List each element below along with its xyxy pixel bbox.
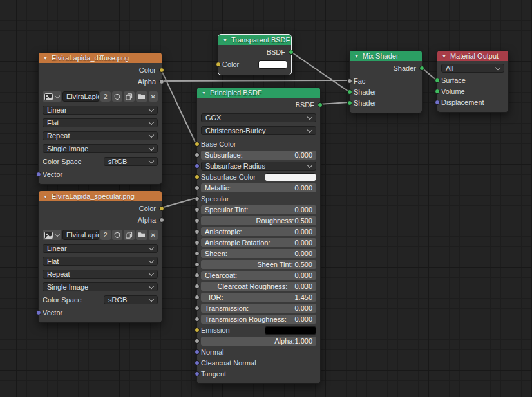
metallic-slider[interactable]: Metallic: 0.000	[201, 183, 316, 192]
fake-user-button[interactable]	[112, 91, 122, 102]
node-wire-diffuse-alpha-to-mix-fac[interactable]	[161, 80, 348, 81]
users-count-button[interactable]: 2	[100, 91, 111, 102]
subsurface-color-swatch[interactable]	[265, 173, 316, 181]
subsurface-method-select[interactable]: Christensen-Burley	[201, 126, 316, 135]
socket-shader2-input[interactable]	[347, 100, 352, 106]
sheen-tint-slider[interactable]: Sheen Tint: 0.500	[201, 260, 316, 269]
new-image-button[interactable]	[124, 91, 135, 102]
socket-specular-tint[interactable]	[195, 207, 200, 212]
socket-base-color[interactable]	[195, 142, 200, 147]
open-image-button[interactable]	[136, 230, 147, 240]
extension-select[interactable]: Repeat	[43, 270, 158, 279]
socket-sheen[interactable]	[195, 251, 200, 256]
ior-slider[interactable]: IOR: 1.450	[201, 293, 316, 302]
color-swatch[interactable]	[258, 60, 287, 69]
socket-subsurface-radius[interactable]	[195, 163, 200, 169]
node-header-diffuse[interactable]: ▼ ElviraLapida_diffuse.png	[39, 53, 162, 63]
node-material-output[interactable]: ▼ Material Output All Surface Volume Dis…	[437, 50, 509, 113]
image-browse-button[interactable]	[43, 91, 61, 102]
node-transparent-bsdf[interactable]: ▼ Transparent BSDF BSDF Color	[218, 34, 292, 75]
subsurface-slider[interactable]: Subsurface: 0.000	[201, 151, 316, 160]
socket-transmission-roughness[interactable]	[195, 317, 200, 322]
socket-specular[interactable]	[195, 196, 200, 201]
node-wire-specular-color-to-principled-specular[interactable]	[161, 198, 196, 208]
node-header-material-output[interactable]: ▼ Material Output	[437, 51, 508, 61]
socket-normal[interactable]	[195, 349, 200, 355]
socket-vector-input[interactable]	[36, 310, 41, 315]
unlink-image-button[interactable]: ✕	[149, 91, 158, 102]
socket-color-output[interactable]	[159, 206, 164, 211]
socket-anisotropic-rotation[interactable]	[195, 240, 200, 245]
socket-subsurface[interactable]	[195, 152, 200, 158]
source-select[interactable]: Single Image	[43, 282, 158, 291]
anisotropic-slider[interactable]: Anisotropic: 0.000	[201, 227, 316, 236]
collapse-triangle-icon[interactable]: ▼	[223, 38, 227, 42]
image-name-field[interactable]: ElviraLapida..	[62, 230, 99, 240]
collapse-triangle-icon[interactable]: ▼	[43, 194, 48, 199]
clearcoat-roughness-slider[interactable]: Clearcoat Roughness: 0.030	[201, 282, 316, 291]
socket-alpha[interactable]	[195, 338, 200, 344]
socket-sheen-tint[interactable]	[195, 262, 200, 267]
node-header-specular[interactable]: ▼ ElviraLapida_specular.png	[39, 191, 162, 201]
socket-shader-output[interactable]	[419, 66, 424, 71]
socket-clearcoat-normal[interactable]	[195, 360, 200, 365]
image-browse-button[interactable]	[43, 230, 61, 240]
socket-surface-input[interactable]	[435, 78, 440, 83]
socket-volume-input[interactable]	[435, 89, 440, 94]
socket-color-input[interactable]	[216, 62, 221, 67]
transmission-slider[interactable]: Transmission: 0.000	[201, 304, 316, 313]
image-name-field[interactable]: ElviraLapida..	[62, 91, 99, 102]
emission-color-swatch[interactable]	[265, 326, 316, 335]
node-mix-shader[interactable]: ▼ Mix Shader Shader Fac Shader Shader	[349, 50, 423, 113]
projection-select[interactable]: Flat	[43, 257, 158, 266]
socket-subsurface-color[interactable]	[195, 174, 200, 180]
collapse-triangle-icon[interactable]: ▼	[202, 91, 206, 95]
interpolation-select[interactable]: Linear	[43, 244, 158, 253]
projection-select[interactable]: Flat	[43, 118, 158, 127]
sheen-slider[interactable]: Sheen: 0.000	[201, 249, 316, 258]
node-principled-bsdf[interactable]: ▼ Principled BSDF BSDF GGX Christensen-B…	[196, 87, 321, 384]
node-image-texture-specular[interactable]: ▼ ElviraLapida_specular.png Color Alpha …	[38, 190, 162, 323]
socket-ior[interactable]	[195, 295, 200, 300]
unlink-image-button[interactable]: ✕	[149, 230, 158, 240]
node-image-texture-diffuse[interactable]: ▼ ElviraLapida_diffuse.png Color Alpha E…	[38, 52, 162, 185]
users-count-button[interactable]: 2	[100, 230, 111, 240]
clearcoat-slider[interactable]: Clearcoat: 0.000	[201, 271, 316, 280]
target-select[interactable]: All	[441, 64, 504, 73]
socket-metallic[interactable]	[195, 185, 200, 190]
fake-user-button[interactable]	[112, 230, 122, 240]
socket-tangent[interactable]	[195, 371, 200, 376]
socket-alpha-output[interactable]	[159, 79, 164, 84]
socket-emission[interactable]	[195, 328, 200, 333]
subsurface-radius-select[interactable]: Subsurface Radius	[201, 162, 316, 171]
socket-fac-input[interactable]	[347, 78, 352, 84]
node-header-principled[interactable]: ▼ Principled BSDF	[197, 88, 320, 98]
node-header-mix[interactable]: ▼ Mix Shader	[350, 51, 422, 61]
collapse-triangle-icon[interactable]: ▼	[442, 54, 446, 59]
socket-bsdf-output[interactable]	[289, 50, 294, 55]
specular-tint-slider[interactable]: Specular Tint: 0.000	[201, 205, 316, 214]
roughness-slider[interactable]: Roughness: 0.500	[201, 216, 316, 225]
socket-vector-input[interactable]	[36, 172, 41, 177]
open-image-button[interactable]	[136, 91, 147, 102]
source-select[interactable]: Single Image	[43, 144, 158, 153]
socket-alpha-output[interactable]	[159, 217, 164, 223]
node-wire-transparent-bsdf-to-mix-shader-1[interactable]	[290, 51, 348, 91]
color-space-select[interactable]: sRGB	[104, 295, 158, 304]
distribution-select[interactable]: GGX	[201, 113, 316, 122]
socket-roughness[interactable]	[195, 218, 200, 223]
socket-transmission[interactable]	[195, 306, 200, 311]
socket-color-output[interactable]	[159, 68, 164, 73]
alpha-slider[interactable]: Alpha: 1.000	[201, 337, 316, 346]
transmission-roughness-slider[interactable]: Transmission Roughness: 0.000	[201, 315, 316, 324]
socket-shader1-input[interactable]	[347, 89, 352, 95]
socket-clearcoat[interactable]	[195, 273, 200, 278]
socket-displacement-input[interactable]	[435, 100, 440, 105]
socket-anisotropic[interactable]	[195, 229, 200, 234]
collapse-triangle-icon[interactable]: ▼	[354, 54, 359, 59]
interpolation-select[interactable]: Linear	[43, 106, 158, 115]
new-image-button[interactable]	[124, 230, 135, 240]
anisotropic-rotation-slider[interactable]: Anisotropic Rotation: 0.000	[201, 238, 316, 247]
collapse-triangle-icon[interactable]: ▼	[43, 56, 48, 60]
socket-bsdf-output[interactable]	[318, 102, 323, 107]
